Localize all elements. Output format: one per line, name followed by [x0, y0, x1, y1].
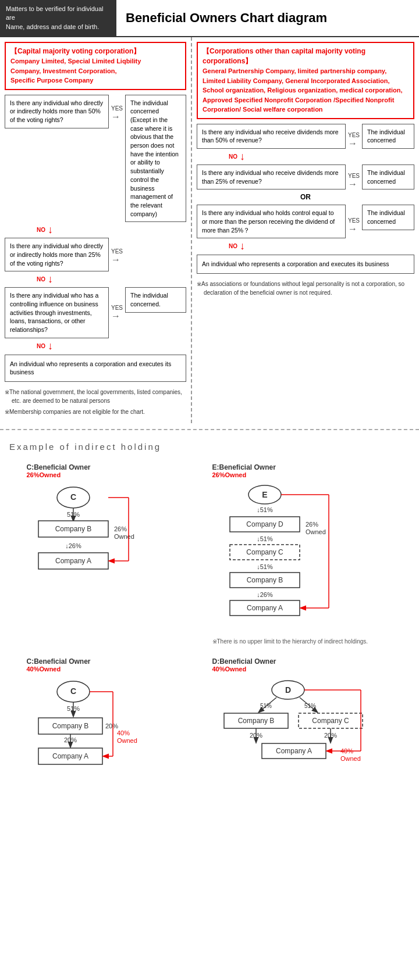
- right-q2-answer-box: The individual concerned: [362, 164, 414, 189]
- left-header-title: 【Capital majority voting corporation】: [10, 47, 180, 56]
- right-q3-answer-col: YES →: [348, 205, 360, 234]
- diagram-e1-title: E:Beneficial Owner: [212, 463, 393, 471]
- page: Matters to be verified for individual ar…: [0, 0, 419, 812]
- diagrams-row2: C:Beneficial Owner 40%Owned C 51% Compan…: [9, 657, 410, 795]
- right-q2-answer-col: YES →: [348, 164, 360, 189]
- left-notes: ※The national government, the local gove…: [5, 388, 186, 416]
- right-answer2-text: The individual concerned: [362, 164, 414, 189]
- left-q2-row: Is there any individual who directly or …: [5, 238, 186, 271]
- section-divider: [0, 429, 419, 430]
- svg-text:Owned: Owned: [306, 528, 326, 535]
- right-q2-box: Is there any individual who receive divi…: [197, 164, 346, 189]
- left-no1: NO ↓: [37, 224, 186, 236]
- right-no3-label: NO: [229, 243, 237, 249]
- diagram-e1-subtitle: 26%Owned: [212, 471, 393, 478]
- svg-text:↓26%: ↓26%: [65, 542, 81, 549]
- right-q2-row: Is there any individual who receive divi…: [197, 164, 414, 189]
- example-title: Example of indirect holding: [9, 442, 410, 452]
- left-q3-text: Is there any individual who has a contro…: [5, 287, 109, 338]
- right-answer1-text: The individual concerned: [362, 124, 414, 149]
- svg-text:E: E: [262, 490, 267, 499]
- svg-text:C: C: [70, 492, 76, 502]
- svg-text:Company B: Company B: [55, 525, 91, 533]
- svg-text:Company C: Company C: [246, 548, 283, 556]
- left-no3-label: NO: [37, 343, 45, 349]
- right-q3-row: Is there any individual who holds contro…: [197, 205, 414, 238]
- svg-text:Owned: Owned: [114, 533, 134, 540]
- left-q3-row: Is there any individual who has a contro…: [5, 287, 186, 338]
- or-label: OR: [197, 193, 414, 201]
- left-no2-label: NO: [37, 276, 45, 282]
- svg-text:↓51%: ↓51%: [257, 506, 273, 513]
- left-answer2-text: The individual concerned.: [125, 287, 186, 312]
- left-q2-text: Is there any individual who directly or …: [5, 238, 109, 271]
- svg-text:Company A: Company A: [275, 747, 311, 755]
- example-section: Example of indirect holding C:Beneficial…: [0, 436, 419, 812]
- svg-text:Company A: Company A: [246, 604, 282, 612]
- diagram-c1-subtitle: 26%Owned: [27, 471, 178, 478]
- right-section-header: 【Corporations other than capital majorit…: [197, 42, 414, 119]
- left-q3-answer-box: The individual concerned.: [125, 287, 186, 312]
- diagram-c2-title: C:Beneficial Owner: [27, 657, 178, 666]
- diagram-c1-title: C:Beneficial Owner: [27, 463, 178, 471]
- left-section-header: 【Capital majority voting corporation】 Co…: [5, 42, 186, 90]
- svg-text:Company D: Company D: [246, 520, 283, 528]
- svg-text:Company B: Company B: [52, 722, 88, 730]
- left-column: 【Capital majority voting corporation】 Co…: [0, 37, 192, 423]
- right-q2-yes-label: YES: [348, 173, 360, 179]
- diagram-c1: C:Beneficial Owner 26%Owned C 51% Compan…: [27, 463, 178, 646]
- svg-text:26%: 26%: [114, 525, 127, 532]
- diagram-d1-title: D:Beneficial Owner: [212, 657, 393, 666]
- right-q1-box: Is there any individual who receive divi…: [197, 124, 346, 149]
- left-q3-yes-label: YES: [111, 305, 123, 311]
- svg-text:↓51%: ↓51%: [257, 563, 273, 570]
- left-q1-answer-col: YES →: [111, 95, 123, 122]
- diagram-e1: E:Beneficial Owner 26%Owned E: [212, 463, 393, 646]
- svg-text:Company A: Company A: [52, 752, 88, 760]
- header-left: Matters to be verified for individual ar…: [0, 0, 116, 36]
- svg-text:Owned: Owned: [340, 755, 361, 762]
- right-q3-text: Is there any individual who holds contro…: [197, 205, 346, 238]
- header-left-text: Matters to be verified for individual ar…: [6, 5, 104, 30]
- diagram-e1-note: ※There is no upper limit to the hierarch…: [212, 638, 393, 646]
- svg-text:Company C: Company C: [312, 717, 349, 725]
- diagram-d1: D:Beneficial Owner 40%Owned D: [212, 657, 393, 795]
- header: Matters to be verified for individual ar…: [0, 0, 419, 37]
- left-no2: NO ↓: [37, 273, 186, 285]
- chart-area: 【Capital majority voting corporation】 Co…: [0, 37, 419, 423]
- svg-text:20%: 20%: [105, 723, 118, 729]
- diagram-c2-subtitle: 40%Owned: [27, 666, 178, 673]
- svg-text:40%: 40%: [117, 729, 130, 736]
- left-q2-yes-label: YES: [111, 248, 123, 255]
- left-header-subtitle: Company Limited, Special Limited Liqbili…: [10, 56, 180, 85]
- right-no3: NO ↓: [229, 240, 414, 252]
- right-q3-answer-box: The individual concerned: [362, 205, 414, 230]
- header-title: Beneficial Owners Chart diagram: [116, 0, 336, 36]
- left-q2-answer-col: YES →: [111, 238, 123, 265]
- svg-text:Company B: Company B: [246, 576, 283, 584]
- svg-text:↓51%: ↓51%: [257, 535, 273, 542]
- right-column: 【Corporations other than capital majorit…: [192, 37, 419, 423]
- right-q1-answer-box: The individual concerned: [362, 124, 414, 149]
- right-no1: NO ↓: [229, 151, 414, 163]
- diagram-c2: C:Beneficial Owner 40%Owned C 51% Compan…: [27, 657, 178, 795]
- left-q1-row: Is there any individual who directly or …: [5, 95, 186, 223]
- right-header-subtitle: General Partnership Company, limited par…: [203, 66, 409, 115]
- svg-text:26%: 26%: [306, 521, 318, 528]
- left-note2: ※Membership companies are not eligible f…: [5, 407, 186, 416]
- left-q1-text: Is there any individual who directly or …: [5, 95, 109, 128]
- right-notes: ※As associations or foundations without …: [197, 280, 414, 297]
- svg-text:↓26%: ↓26%: [257, 591, 273, 598]
- right-q3-yes-label: YES: [348, 217, 360, 224]
- diagram-e1-svg: E ↓51% Company D 26% Owned ↓51% Company …: [212, 483, 381, 634]
- right-q1-yes-label: YES: [348, 132, 360, 138]
- left-q3-box: Is there any individual who has a contro…: [5, 287, 109, 338]
- svg-text:Company A: Company A: [55, 557, 91, 565]
- left-q1-box: Is there any individual who directly or …: [5, 95, 109, 128]
- right-header-title: 【Corporations other than capital majorit…: [203, 47, 409, 66]
- svg-text:C: C: [70, 686, 76, 696]
- right-q1-text: Is there any individual who receive divi…: [197, 124, 346, 149]
- left-no1-label: NO: [37, 227, 45, 233]
- left-no3: NO ↓: [37, 340, 186, 352]
- svg-text:Company B: Company B: [237, 717, 274, 725]
